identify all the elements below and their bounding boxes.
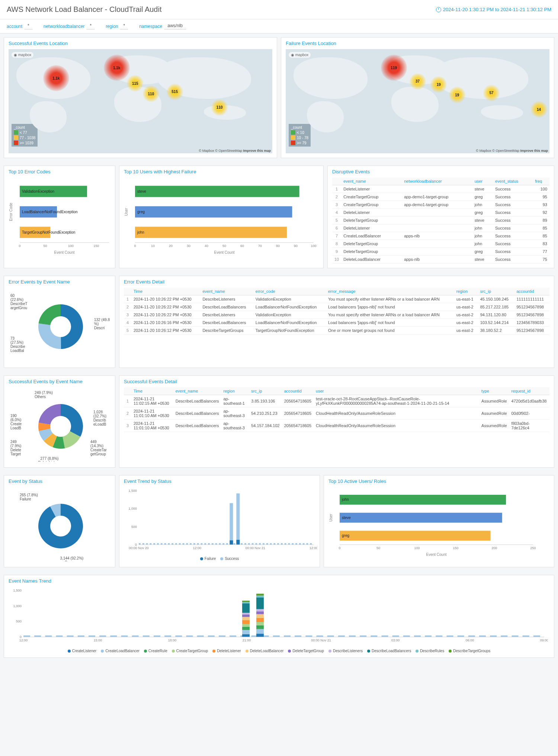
table-row[interactable]: 9DeleteTargetGroupgregSuccess77 [332, 248, 549, 256]
panel-title: Successful Events by Event Name [9, 379, 110, 384]
panel-title: Event Trend by Status [124, 478, 315, 484]
table-row[interactable]: 10DeleteLoadBalancerapps-nlbsteveSuccess… [332, 256, 549, 263]
table-disruptive[interactable]: event_namenetworkloadbalanceruserevent_s… [332, 177, 549, 263]
panel-title: Top 10 Error Codes [9, 169, 110, 174]
svg-text:03:00: 03:00 [391, 638, 400, 642]
table-error-detail[interactable]: Timeevent_nameerror_codeerror_messagereg… [124, 288, 549, 334]
table-row[interactable]: 12024-11-20 10:26:22 PM +0530DescribeLis… [124, 295, 549, 303]
filter-nlb[interactable]: networkloadbalancer * [44, 23, 94, 29]
panel-error-by-name: Error Events by Event Name 132 (49.8%)De… [4, 276, 115, 368]
svg-rect-153 [338, 635, 345, 637]
map-hotspot[interactable]: 1.1k [104, 55, 130, 81]
svg-text:449(14.3%)CreateTargetGroup: 449(14.3%)CreateTargetGroup [90, 440, 107, 456]
chart-status-pie[interactable]: 3,144 (92.2%)Success265 (7.8%)Failure [9, 487, 113, 561]
svg-rect-52 [153, 543, 155, 545]
map-hotspot[interactable]: 110 [143, 86, 159, 102]
svg-rect-186 [256, 622, 264, 625]
svg-text:User: User [124, 208, 128, 216]
svg-rect-165 [468, 635, 475, 637]
filter-region[interactable]: region * [106, 23, 128, 29]
svg-text:265 (7.8%)Failure: 265 (7.8%)Failure [20, 493, 38, 501]
svg-rect-132 [110, 635, 117, 637]
table-success-detail[interactable]: Timeevent_nameregionsrc_ipaccountidusert… [124, 387, 549, 432]
svg-rect-126 [45, 635, 52, 637]
svg-rect-175 [242, 624, 250, 627]
table-row[interactable]: 32024-11-20 10:26:22 PM +0530DescribeLis… [124, 311, 549, 319]
map-hotspot[interactable]: 37 [410, 73, 426, 90]
table-row[interactable]: 3CreateTargetGroupapp-demo1-target-group… [332, 201, 549, 209]
map-failure[interactable]: ◉ mapbox _count < 1010 - 78>= 79 © Mapbo… [286, 49, 549, 153]
filter-account[interactable]: account * [7, 23, 32, 29]
svg-rect-137 [164, 635, 171, 637]
svg-rect-134 [132, 635, 139, 637]
map-hotspot[interactable]: 19 [449, 87, 465, 103]
map-hotspot[interactable]: 14 [531, 101, 547, 118]
chart-trend-status[interactable]: 05001,0001,50000:00 Nov 2012:0000:00 Nov… [124, 487, 317, 554]
svg-rect-60 [183, 543, 185, 545]
svg-rect-176 [242, 620, 250, 624]
table-row[interactable]: 7CreateLoadBalancerapps-nlbjohnSuccess85 [332, 232, 549, 240]
svg-text:70: 70 [258, 244, 262, 248]
svg-rect-127 [56, 635, 63, 637]
svg-text:30: 30 [187, 244, 190, 248]
map-success[interactable]: ◉ mapbox _count < 7777 - 1038>= 1039 © M… [9, 49, 272, 153]
svg-text:steve: steve [342, 516, 351, 520]
svg-rect-142 [219, 635, 225, 637]
table-row[interactable]: 32024-11-21 11:01:10 AM +0530DescribeLoa… [124, 420, 549, 432]
map-hotspot[interactable]: 1.1k [43, 65, 69, 91]
svg-rect-147 [273, 635, 280, 637]
table-row[interactable]: 6DeleteListenerjohnSuccess85 [332, 224, 549, 232]
table-row[interactable]: 52024-11-20 10:26:12 PM +0530DescribeTar… [124, 327, 549, 334]
map-legend: _count < 1010 - 78>= 79 [289, 124, 311, 147]
panel-failure-map: Failure Events Location ◉ mapbox _count … [281, 37, 554, 158]
svg-text:50: 50 [376, 546, 380, 550]
map-hotspot[interactable]: 115 [127, 75, 143, 92]
table-row[interactable]: 22024-11-20 10:26:22 PM +0530DescribeLoa… [124, 303, 549, 311]
map-hotspot[interactable]: 57 [483, 85, 500, 101]
mapbox-logo: ◉ mapbox [12, 52, 33, 58]
svg-rect-50 [146, 543, 148, 545]
svg-rect-90 [292, 543, 294, 545]
svg-rect-96 [230, 503, 233, 545]
table-row[interactable]: 42024-11-20 10:26:16 PM +0530DescribeLoa… [124, 319, 549, 327]
svg-text:100: 100 [311, 244, 316, 248]
map-hotspot[interactable]: 19 [430, 76, 447, 93]
table-row[interactable]: 22024-11-21 11:01:10 AM +0530DescribeLoa… [124, 407, 549, 420]
table-row[interactable]: 4DeleteListenergregSuccess92 [332, 209, 549, 217]
svg-rect-177 [242, 617, 250, 620]
timerange-picker[interactable]: 2024-11-20 1:30:12 PM to 2024-11-21 1:30… [436, 7, 551, 12]
table-row[interactable]: 12024-11-21 11:02:15 AM +0530DescribeLoa… [124, 395, 549, 407]
svg-text:ValidationException: ValidationException [22, 189, 54, 193]
svg-text:20: 20 [169, 244, 173, 248]
chart-success-pie[interactable]: 1,028(32.7%)DescribeLoadB449(14.3%)Creat… [9, 387, 113, 462]
table-row[interactable]: 1DeleteListenersteveSuccess100 [332, 185, 549, 193]
svg-text:60(22.6%)DescribeTargetGrou: 60(22.6%)DescribeTargetGrou [10, 294, 28, 310]
svg-rect-99 [236, 540, 240, 545]
map-hotspot[interactable]: 515 [167, 84, 183, 100]
svg-rect-95 [310, 543, 312, 545]
chart-top-users[interactable]: johnstevegreg050100150200250Event CountU… [328, 487, 537, 558]
map-attribution: © Mapbox © OpenStreetMap Improve this ma… [476, 149, 548, 153]
chart-names-trend[interactable]: 05001,0001,50012:0015:0018:0021:0000:00 … [9, 587, 548, 646]
table-row[interactable]: 2CreateTargetGroupapp-demo1-target-group… [332, 193, 549, 201]
chart-error-codes[interactable]: ValidationExceptionLoadBalancerNotFoundE… [9, 177, 113, 256]
svg-rect-54 [161, 543, 163, 545]
table-row[interactable]: 8DeleteTargetGroupjohnSuccess83 [332, 240, 549, 248]
svg-text:1,500: 1,500 [128, 489, 137, 493]
panel-error-detail: Error Events Detail Timeevent_nameerror_… [119, 276, 554, 368]
panel-by-status: Event by Status 3,144 (92.2%)Success265 … [4, 475, 115, 567]
table-row[interactable]: 5DeleteTargetGroupsteveSuccess89 [332, 217, 549, 224]
chart-users-fail[interactable]: stevegregjohn0102030405060708090100Event… [124, 177, 317, 256]
svg-rect-138 [175, 635, 182, 637]
svg-text:00:00 Nov 20: 00:00 Nov 20 [129, 546, 149, 550]
svg-rect-70 [219, 543, 221, 545]
filter-namespace[interactable]: namespace aws/nlb [139, 23, 186, 29]
chart-error-pie[interactable]: 132 (49.8%)Descri73(27.5%)DescribeLoadBa… [9, 288, 113, 362]
map-hotspot[interactable]: 110 [211, 99, 228, 116]
svg-rect-53 [157, 543, 159, 545]
legend-names-trend: CreateListenerCreateLoadBalancerCreateRu… [9, 649, 549, 653]
map-hotspot[interactable]: 119 [381, 55, 407, 81]
svg-text:1,500: 1,500 [13, 589, 22, 592]
svg-rect-171 [533, 635, 540, 637]
svg-text:50: 50 [222, 244, 226, 248]
